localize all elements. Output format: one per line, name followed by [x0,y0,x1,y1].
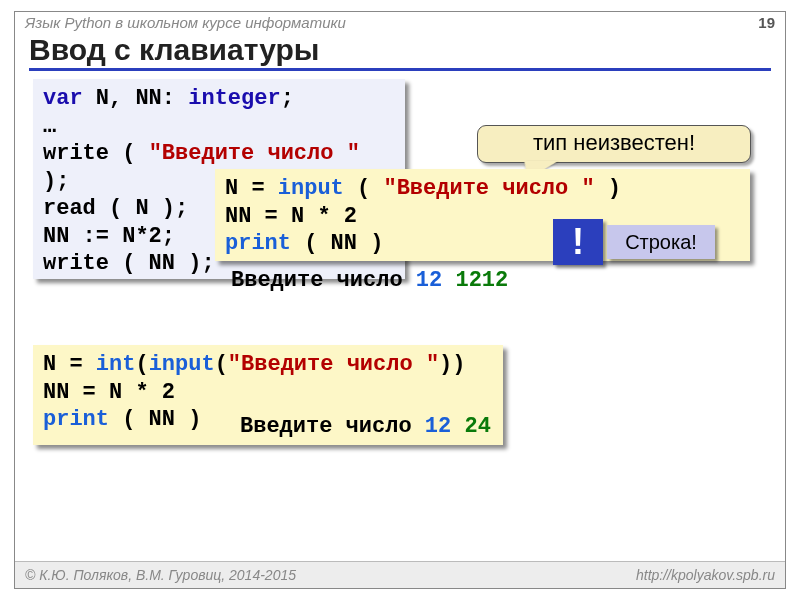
pascal-text: write ( NN ); [43,251,215,276]
exclamation-icon: ! [553,219,603,265]
py-string: "Введите число " [383,176,594,201]
callout-type-unknown: тип неизвестен! [477,125,751,163]
output-input: 12 [416,268,442,293]
pascal-text: N, NN: [83,86,189,111]
pascal-kw-var: var [43,86,83,111]
output-result: 1212 [455,268,508,293]
slide-footer: © К.Ю. Поляков, В.М. Гуровиц, 2014-2015 … [15,561,785,588]
course-title: Язык Python в школьном курсе информатики [25,14,346,31]
py-text: N = [225,176,278,201]
py-text: ( NN ) [109,407,201,432]
page-number: 19 [758,14,775,31]
py-text: )) [439,352,465,377]
pascal-string: "Введите число " [149,141,360,166]
py-string: "Введите число " [228,352,439,377]
output-prompt: Введите число [240,414,425,439]
py-fn-input: input [149,352,215,377]
py-text: N = [43,352,96,377]
output-block-1: Введите число 12 1212 [231,267,508,295]
py-text: NN = N * 2 [43,380,175,405]
py-fn-int: int [96,352,136,377]
output-block-2: Введите число 12 24 [240,413,491,441]
py-fn-print: print [43,407,109,432]
output-input: 12 [425,414,451,439]
pascal-text: NN := N*2; [43,224,175,249]
py-text: ( [135,352,148,377]
pascal-text: write ( [43,141,149,166]
output-prompt: Введите число [231,268,416,293]
footer-url: http://kpolyakov.spb.ru [636,567,775,583]
py-text: ) [595,176,621,201]
slide-content: var N, NN: integer; … write ( "Введите ч… [15,75,785,555]
py-text: ( NN ) [291,231,383,256]
py-fn-print: print [225,231,291,256]
slide-title: Ввод с клавиатуры [29,33,771,71]
string-label: Строка! [607,225,715,259]
pascal-text: read ( N ); [43,196,188,221]
slide-header: Язык Python в школьном курсе информатики… [15,12,785,31]
output-result: 24 [464,414,490,439]
slide-frame: Язык Python в школьном курсе информатики… [14,11,786,589]
pascal-kw-integer: integer [188,86,280,111]
pascal-text: ; [281,86,294,111]
pascal-text: … [43,114,56,139]
py-text: ( [344,176,384,201]
footer-copyright: © К.Ю. Поляков, В.М. Гуровиц, 2014-2015 [25,567,296,583]
py-fn-input: input [278,176,344,201]
py-text: ( [215,352,228,377]
py-text: NN = N * 2 [225,204,357,229]
